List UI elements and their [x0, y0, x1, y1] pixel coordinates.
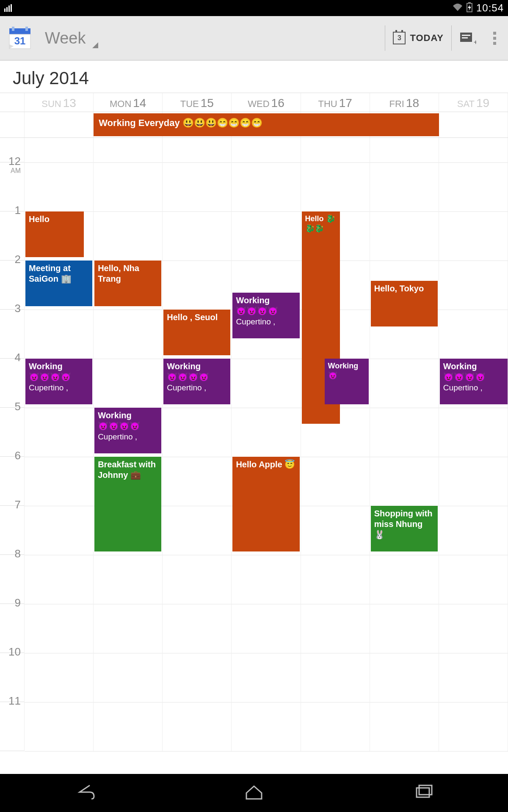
day-col-fri[interactable]: Hello, Tokyo Shopping with miss Nhung 🐰: [370, 138, 439, 751]
svg-rect-5: [12, 27, 14, 31]
event-working-tue[interactable]: Working😈😈😈😈Cupertino ,: [163, 359, 230, 404]
event-hello-sun[interactable]: Hello: [25, 211, 84, 257]
calendar-app-icon[interactable]: 31: [8, 26, 32, 50]
event-tokyo[interactable]: Hello, Tokyo: [371, 281, 438, 326]
day-header-wed[interactable]: WED16: [232, 93, 301, 112]
day-header-tue[interactable]: TUE15: [163, 93, 232, 112]
day-header-sun[interactable]: SUN13: [25, 93, 94, 112]
day-header-row: SUN13 MON14 TUE15 WED16 THU17 FRI18 SAT1…: [0, 93, 508, 112]
svg-rect-10: [462, 37, 468, 38]
event-meeting[interactable]: Meeting at SaiGon 🏢: [25, 261, 92, 306]
day-col-sat[interactable]: Working😈😈😈😈Cupertino ,: [439, 138, 508, 751]
event-nhatrang[interactable]: Hello, Nha Trang: [94, 261, 161, 306]
month-title: July 2014: [0, 60, 508, 93]
overflow-menu[interactable]: [489, 27, 500, 49]
all-day-row: Working Everyday 😃😃😃😁😁😁😁: [0, 112, 508, 138]
today-label: TODAY: [410, 33, 444, 44]
event-working-wed[interactable]: Working😈😈😈😈Cupertino ,: [232, 293, 299, 338]
app-bar: 31 Week 3 TODAY +: [0, 16, 508, 60]
calendar-grid[interactable]: 12AM 1 2 3 4 5 6 7 8 9 10 11 Hello Meeti…: [0, 138, 508, 751]
back-button[interactable]: [73, 780, 97, 806]
day-header-mon[interactable]: MON14: [94, 93, 163, 112]
status-bar: 10:54: [0, 0, 508, 16]
event-apple[interactable]: Hello Apple 😇: [232, 457, 299, 551]
day-col-sun[interactable]: Hello Meeting at SaiGon 🏢 Working😈😈😈😈Cup…: [25, 138, 94, 751]
event-breakfast[interactable]: Breakfast with Johnny 💼: [94, 457, 161, 551]
status-clock: 10:54: [476, 2, 504, 14]
svg-text:+: +: [474, 38, 476, 45]
today-button[interactable]: 3 TODAY: [385, 25, 452, 51]
time-gutter: 12AM 1 2 3 4 5 6 7 8 9 10 11: [0, 138, 25, 751]
svg-marker-2: [468, 5, 471, 11]
day-col-thu[interactable]: Hello 🐉🐉🐉 Working😈: [301, 138, 370, 751]
event-seuol[interactable]: Hello , Seuol: [163, 310, 230, 355]
day-header-thu[interactable]: THU17: [301, 93, 370, 112]
svg-rect-1: [468, 2, 471, 3]
view-selector[interactable]: Week: [45, 29, 86, 47]
event-working-thu[interactable]: Working😈: [325, 359, 369, 404]
svg-rect-9: [462, 35, 470, 36]
signal-icon: [4, 4, 12, 12]
event-working-sat[interactable]: Working😈😈😈😈Cupertino ,: [440, 359, 508, 404]
recents-button[interactable]: [411, 780, 435, 806]
day-header-fri[interactable]: FRI18: [370, 93, 439, 112]
home-button[interactable]: [242, 780, 266, 806]
day-header-sat[interactable]: SAT19: [439, 93, 508, 112]
wifi-icon: [453, 3, 463, 14]
battery-icon: [466, 2, 473, 14]
svg-text:31: 31: [14, 35, 26, 47]
event-working-sun[interactable]: Working😈😈😈😈Cupertino ,: [25, 359, 92, 404]
new-event-button[interactable]: +: [459, 31, 476, 45]
event-shopping[interactable]: Shopping with miss Nhung 🐰: [371, 506, 438, 551]
day-col-tue[interactable]: Hello , Seuol Working😈😈😈😈Cupertino ,: [163, 138, 232, 751]
event-all-day[interactable]: Working Everyday 😃😃😃😁😁😁😁: [94, 113, 439, 136]
day-col-wed[interactable]: Working😈😈😈😈Cupertino , Hello Apple 😇: [232, 138, 301, 751]
event-working-mon[interactable]: Working😈😈😈😈Cupertino ,: [94, 408, 161, 453]
today-icon: 3: [393, 32, 406, 44]
nav-bar: [0, 774, 508, 812]
day-col-mon[interactable]: Hello, Nha Trang Working😈😈😈😈Cupertino , …: [94, 138, 163, 751]
svg-rect-6: [25, 27, 28, 31]
